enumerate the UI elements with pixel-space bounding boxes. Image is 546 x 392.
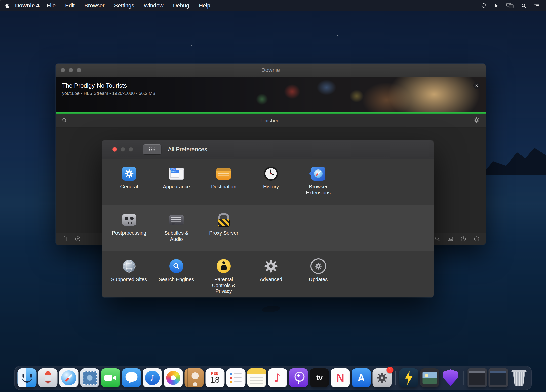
news-label: N — [336, 372, 344, 384]
app-store-label: A — [358, 372, 365, 384]
dock-safari-icon[interactable] — [59, 368, 79, 387]
pref-item-label: Appearance — [158, 184, 195, 190]
pref-item-browser-extensions[interactable]: Browser Extensions — [295, 159, 342, 205]
pref-item-postprocessing[interactable]: Postprocessing — [105, 205, 153, 251]
preferences-row-1: General File New Appearance Destination … — [102, 159, 434, 205]
dock-music-circle-icon[interactable] — [143, 368, 162, 387]
menu-bar: Downie 4 File Edit Browser Settings Wind… — [0, 0, 546, 11]
menu-settings[interactable]: Settings — [109, 0, 139, 11]
spotlight-search-icon[interactable] — [521, 3, 526, 8]
dock-contacts-icon[interactable] — [185, 368, 204, 387]
menu-debug[interactable]: Debug — [168, 0, 194, 11]
subtitles-bubble-icon — [168, 212, 185, 228]
dock-system-preferences-icon[interactable]: 1 — [373, 368, 392, 387]
window-title: Downie — [56, 67, 486, 73]
dock-photos-icon[interactable] — [164, 368, 183, 387]
dock-minimized-window-1[interactable] — [468, 368, 487, 387]
search-icon[interactable] — [434, 236, 440, 243]
download-progress-fill — [56, 112, 486, 114]
download-item[interactable]: The Prodigy-No Tourists youtu.be - HLS S… — [56, 77, 486, 112]
pref-item-subtitles-audio[interactable]: Subtitles & Audio — [153, 205, 200, 251]
pref-item-destination[interactable]: Destination — [200, 159, 247, 205]
zoom-button[interactable] — [129, 147, 133, 152]
remove-download-button[interactable] — [473, 82, 480, 89]
menu-bar-status-area — [481, 3, 546, 8]
toolbar-right-group: ? — [434, 236, 480, 243]
dock-notes-icon[interactable] — [247, 368, 266, 387]
general-gear-icon — [121, 165, 137, 182]
dock-podcasts-icon[interactable] — [289, 368, 308, 387]
whale-silhouette — [262, 305, 280, 313]
island-silhouette — [482, 145, 546, 175]
pref-item-supported-sites[interactable]: Supported Sites — [105, 251, 153, 297]
help-icon[interactable]: ? — [474, 236, 480, 243]
dock-bolt-icon[interactable] — [399, 368, 418, 387]
dock-apple-tv-icon[interactable]: tv — [310, 368, 329, 387]
pref-item-label: Parental Controls & Privacy — [205, 277, 242, 294]
dock-shield-icon[interactable] — [441, 368, 460, 387]
dock-pictures-icon[interactable] — [420, 368, 439, 387]
menu-file[interactable]: File — [42, 0, 60, 11]
preferences-titlebar[interactable]: All Preferences — [102, 140, 434, 159]
dock-messages-icon[interactable] — [122, 368, 141, 387]
dock-divider — [395, 371, 396, 385]
cursor-icon[interactable] — [494, 3, 499, 8]
close-button[interactable] — [112, 147, 117, 152]
minimize-button[interactable] — [121, 147, 125, 152]
dock-app-store-icon[interactable]: A — [352, 368, 371, 387]
pref-item-updates[interactable]: Updates — [295, 251, 342, 297]
finder-smile — [22, 377, 32, 383]
advanced-gear-icon — [263, 258, 279, 275]
pref-item-history[interactable]: History — [247, 159, 295, 205]
menu-edit[interactable]: Edit — [60, 0, 80, 11]
shield-icon[interactable] — [481, 3, 486, 8]
dock-stamp-icon[interactable] — [80, 368, 99, 387]
pref-item-search-engines[interactable]: Search Engines — [153, 251, 200, 297]
pref-item-label: Proxy Server — [205, 230, 242, 236]
pref-item-proxy-server[interactable]: Proxy Server — [200, 205, 247, 251]
clipboard-icon[interactable] — [62, 236, 68, 243]
dock-calendar-icon[interactable]: FEB 18 — [206, 368, 225, 387]
apple-tv-label: tv — [316, 374, 323, 382]
notification-list-icon[interactable] — [534, 3, 539, 8]
preferences-title: All Preferences — [168, 146, 207, 153]
show-all-preferences-button[interactable] — [143, 144, 161, 154]
history-clock-icon[interactable] — [460, 236, 466, 243]
pref-item-label: Destination — [205, 184, 242, 190]
updates-gear-circle-icon — [310, 258, 327, 275]
pref-item-advanced[interactable]: Advanced — [247, 251, 295, 297]
parental-controls-figure-icon — [215, 258, 232, 275]
dock-reminders-icon[interactable] — [226, 368, 246, 387]
downie-titlebar[interactable]: Downie — [56, 64, 486, 77]
dock-music-icon[interactable] — [268, 368, 287, 387]
image-icon[interactable] — [447, 236, 453, 243]
preferences-window: All Preferences General File New Appeara… — [102, 140, 434, 297]
notification-badge: 1 — [387, 367, 394, 373]
browser-extensions-puzzle-icon — [310, 165, 327, 182]
pref-item-label: Supported Sites — [111, 277, 147, 283]
pref-item-parental-controls[interactable]: Parental Controls & Privacy — [200, 251, 247, 297]
pref-item-appearance[interactable]: File New Appearance — [153, 159, 200, 205]
dock-rocket-icon[interactable] — [38, 368, 58, 387]
app-menu-title[interactable]: Downie 4 — [15, 2, 40, 9]
history-clock-icon — [263, 165, 279, 182]
dock-trash-icon[interactable] — [510, 368, 529, 387]
dock-facetime-icon[interactable] — [101, 368, 120, 387]
displays-icon[interactable] — [506, 3, 514, 8]
pref-item-label: Postprocessing — [111, 230, 147, 236]
pref-item-label: Search Engines — [158, 277, 195, 283]
calendar-day: 18 — [210, 375, 220, 384]
preferences-row-3: Supported Sites Search Engines Parental … — [102, 251, 434, 297]
compass-icon[interactable] — [75, 236, 81, 243]
download-progress-track — [56, 112, 486, 114]
menu-help[interactable]: Help — [194, 0, 215, 11]
pref-item-general[interactable]: General — [105, 159, 153, 205]
menu-window[interactable]: Window — [139, 0, 168, 11]
menu-browser[interactable]: Browser — [80, 0, 109, 11]
dock-minimized-window-2[interactable] — [489, 368, 508, 387]
dock-news-icon[interactable]: N — [331, 368, 350, 387]
apple-menu-icon[interactable] — [5, 3, 10, 8]
download-title: The Prodigy-No Tourists — [62, 82, 486, 89]
dock-finder-icon[interactable] — [18, 368, 37, 387]
dock-divider — [464, 371, 464, 385]
